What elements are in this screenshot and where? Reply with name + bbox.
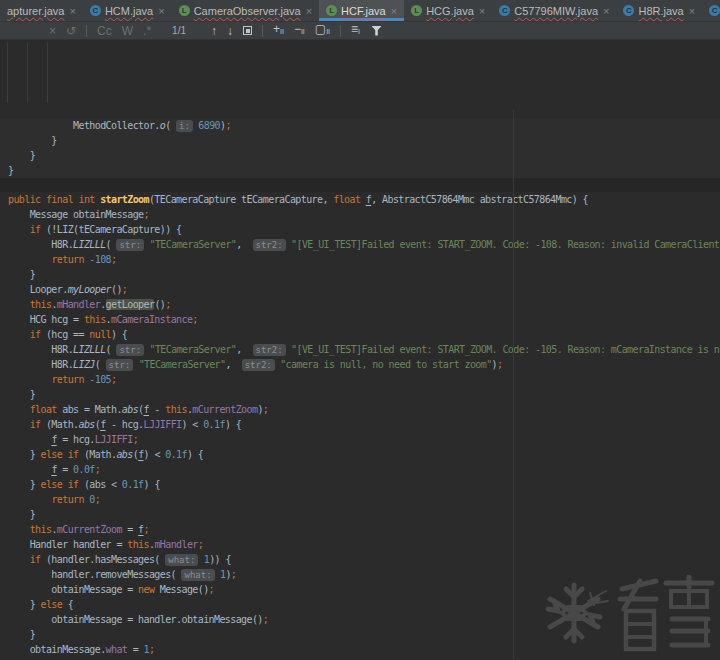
tab-close-icon[interactable]: × xyxy=(603,5,609,17)
filter-funnel-icon[interactable] xyxy=(371,26,382,36)
code-line[interactable]: return -108; xyxy=(0,252,720,267)
code-token: 0.1f xyxy=(203,419,225,430)
tab-h8r-java[interactable]: CH8R.java× xyxy=(616,0,702,21)
code-line[interactable]: return -105; xyxy=(0,372,720,387)
code-token: this xyxy=(30,299,52,310)
match-case-toggle[interactable]: Cc xyxy=(97,24,112,38)
code-token: ( xyxy=(165,120,176,131)
tab-close-icon[interactable]: × xyxy=(158,5,164,17)
code-line[interactable]: obtainMessage.what = 1; xyxy=(0,642,720,657)
code-line[interactable]: this.mHandler.getLooper(); xyxy=(0,297,720,312)
tab-hcm-java[interactable]: CHCM.java× xyxy=(83,0,172,21)
code-line[interactable]: float abs = Math.abs(f - this.mCurrentZo… xyxy=(0,402,720,417)
code-token: { xyxy=(62,599,73,610)
regex-toggle[interactable]: .* xyxy=(143,24,151,38)
tab-close-icon[interactable]: × xyxy=(306,5,312,17)
code-token: ( xyxy=(106,239,117,250)
tab-cameraobserver-java[interactable]: LCameraObserver.java× xyxy=(172,0,319,21)
code-line[interactable]: } else if (Math.abs(f) < 0.1f) { xyxy=(0,447,720,462)
file-class-icon: L xyxy=(179,5,190,16)
tab-close-icon[interactable]: × xyxy=(689,5,695,17)
exclude-occurrence-icon[interactable]: ▢II xyxy=(315,22,330,39)
code-line[interactable]: if (hcg == null) { xyxy=(0,327,720,342)
code-token: this xyxy=(127,539,149,550)
code-line[interactable]: handler.removeMessages( what: 1); xyxy=(0,567,720,582)
code-token: abs xyxy=(122,404,138,415)
parameter-hint-badge: str: xyxy=(116,344,144,356)
previous-method-tail: MethodCollector.o( i: 6890); } }} xyxy=(0,118,720,178)
previous-match-icon[interactable]: ↑ xyxy=(211,24,217,38)
code-line[interactable]: if (!LIZ(tECameraCapture)) { xyxy=(0,222,720,237)
code-line[interactable]: H8R.LIZLLL( str: "TECameraServer", str2:… xyxy=(0,237,720,252)
tab-hcf-java[interactable]: LHCF.java× xyxy=(319,0,404,21)
code-token: )) { xyxy=(209,554,231,565)
words-toggle[interactable]: W xyxy=(122,24,133,38)
next-match-icon[interactable]: ↓ xyxy=(227,24,233,38)
code-line[interactable]: Message obtainMessage; xyxy=(0,207,720,222)
select-all-matches-icon[interactable] xyxy=(243,26,252,35)
code-line[interactable]: H8R.LIZLLL( str: "TECameraServer", str2:… xyxy=(0,342,720,357)
filter-lines-icon[interactable]: ≡I xyxy=(351,22,360,39)
tab-close-icon[interactable]: × xyxy=(69,5,75,17)
reset-search-icon[interactable]: ↺ xyxy=(66,24,76,38)
code-line[interactable]: } xyxy=(0,133,720,148)
code-token: (abs < xyxy=(78,479,121,490)
code-token: if xyxy=(30,554,41,565)
close-search-icon[interactable]: × xyxy=(49,24,56,38)
code-token: ; xyxy=(165,299,170,310)
code-token xyxy=(8,404,30,415)
code-token: ) { xyxy=(111,329,127,340)
code-token: } xyxy=(8,269,35,280)
code-line[interactable]: } else if (abs < 0.1f) { xyxy=(0,477,720,492)
code-token: ; xyxy=(144,209,149,220)
code-line[interactable]: H8R.LIZJ( str: "TECameraServer", str2: "… xyxy=(0,357,720,372)
tab-label: HCF.java xyxy=(341,5,386,17)
code-token: - hcg. xyxy=(106,419,144,430)
tab-close-icon[interactable]: × xyxy=(479,5,485,17)
code-token: this xyxy=(84,314,106,325)
code-token xyxy=(8,464,51,475)
code-token: , AbstractC57864Mmc abstractC57864Mmc) { xyxy=(371,194,588,205)
tab-close-icon[interactable]: × xyxy=(391,5,397,17)
code-line[interactable]: f = 0.0f; xyxy=(0,462,720,477)
code-token xyxy=(8,434,51,445)
code-token: Handler handler = xyxy=(8,539,127,550)
code-line[interactable]: } else { xyxy=(0,597,720,612)
code-line[interactable]: } xyxy=(0,387,720,402)
code-line[interactable]: f = hcg.LJJIFFI; xyxy=(0,432,720,447)
tab-label: apturer.java xyxy=(7,5,64,17)
code-line[interactable]: MethodCollector.o( i: 6890); xyxy=(0,118,720,133)
code-token: LJJIFFI xyxy=(144,419,182,430)
code-token: public final int xyxy=(8,194,100,205)
tab-hcg-java[interactable]: LHCG.java× xyxy=(404,0,492,21)
code-line[interactable]: } xyxy=(0,163,720,178)
remove-occurrence-icon[interactable]: −II xyxy=(294,22,305,39)
tab-apturer-java[interactable]: apturer.java× xyxy=(0,0,83,21)
icon-subscript: II xyxy=(326,28,330,35)
code-line[interactable]: return 0; xyxy=(0,492,720,507)
code-line[interactable]: Looper.myLooper(); xyxy=(0,282,720,297)
tab-label: HCG.java xyxy=(426,5,474,17)
code-line[interactable]: obtainMessage = handler.obtainMessage(); xyxy=(0,612,720,627)
icon-subscript: II xyxy=(280,28,284,35)
code-line[interactable]: } xyxy=(0,267,720,282)
code-line[interactable]: if (handler.hasMessages( what: 1)) { xyxy=(0,552,720,567)
code-line[interactable]: } xyxy=(0,507,720,522)
code-editor[interactable]: MethodCollector.o( i: 6890); } }}public … xyxy=(0,40,720,659)
code-token: ; xyxy=(111,374,116,385)
code-line[interactable]: this.mCurrentZoom = f; xyxy=(0,522,720,537)
tab-c57796miw-java[interactable]: CC57796MIW.java× xyxy=(492,0,616,21)
tab-runnablec43732hco-java[interactable]: CRunnableC43732HCo.java× xyxy=(702,0,720,21)
code-line[interactable]: } xyxy=(0,148,720,163)
code-token: () xyxy=(111,284,122,295)
code-line[interactable]: if (Math.abs(f - hcg.LJJIFFI) < 0.1f) { xyxy=(0,417,720,432)
code-line[interactable]: HCG hcg = this.mCameraInstance; xyxy=(0,312,720,327)
code-token: if xyxy=(30,329,41,340)
code-token: (handler.hasMessages( xyxy=(41,554,166,565)
code-line[interactable]: } xyxy=(0,627,720,642)
add-occurrence-icon[interactable]: +II xyxy=(273,22,284,39)
code-token: H8R. xyxy=(8,344,73,355)
code-line[interactable]: Handler handler = this.mHandler; xyxy=(0,537,720,552)
code-line[interactable]: public final int startZoom(TECameraCaptu… xyxy=(0,192,720,207)
code-line[interactable]: obtainMessage = new Message(); xyxy=(0,582,720,597)
